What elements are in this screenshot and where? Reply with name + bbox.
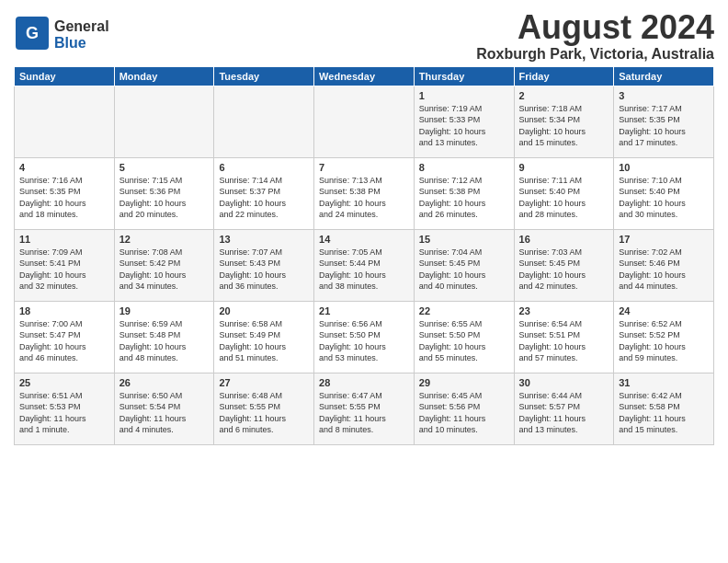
- calendar-cell: 17Sunrise: 7:02 AMSunset: 5:46 PMDayligh…: [614, 229, 714, 301]
- calendar-cell: 9Sunrise: 7:11 AMSunset: 5:40 PMDaylight…: [514, 157, 614, 229]
- day-info: Sunrise: 6:54 AMSunset: 5:51 PMDaylight:…: [519, 318, 609, 364]
- day-info: Sunrise: 7:09 AMSunset: 5:41 PMDaylight:…: [19, 247, 109, 293]
- day-info: Sunrise: 6:45 AMSunset: 5:56 PMDaylight:…: [419, 390, 509, 436]
- day-info: Sunrise: 7:19 AMSunset: 5:33 PMDaylight:…: [419, 103, 509, 149]
- day-number: 6: [219, 162, 309, 173]
- day-info: Sunrise: 6:51 AMSunset: 5:53 PMDaylight:…: [19, 390, 109, 436]
- calendar-cell: [114, 86, 214, 157]
- day-number: 17: [619, 234, 709, 245]
- day-info: Sunrise: 6:42 AMSunset: 5:58 PMDaylight:…: [619, 390, 709, 436]
- day-info: Sunrise: 7:12 AMSunset: 5:38 PMDaylight:…: [419, 175, 509, 221]
- day-number: 26: [119, 377, 210, 388]
- calendar-cell: [214, 86, 314, 157]
- col-saturday: Saturday: [614, 66, 714, 86]
- calendar-week-1: 1Sunrise: 7:19 AMSunset: 5:33 PMDaylight…: [15, 86, 714, 157]
- day-number: 4: [19, 162, 109, 173]
- col-sunday: Sunday: [15, 66, 115, 86]
- day-info: Sunrise: 7:17 AMSunset: 5:35 PMDaylight:…: [619, 103, 709, 149]
- day-number: 8: [419, 162, 509, 173]
- calendar-cell: 10Sunrise: 7:10 AMSunset: 5:40 PMDayligh…: [614, 157, 714, 229]
- calendar-cell: 16Sunrise: 7:03 AMSunset: 5:45 PMDayligh…: [514, 229, 614, 301]
- day-number: 28: [319, 377, 409, 388]
- day-info: Sunrise: 7:00 AMSunset: 5:47 PMDaylight:…: [19, 318, 109, 364]
- day-info: Sunrise: 7:05 AMSunset: 5:44 PMDaylight:…: [319, 247, 409, 293]
- day-info: Sunrise: 7:16 AMSunset: 5:35 PMDaylight:…: [19, 175, 109, 221]
- day-number: 31: [619, 377, 709, 388]
- calendar-cell: 30Sunrise: 6:44 AMSunset: 5:57 PMDayligh…: [514, 373, 614, 444]
- calendar-cell: 1Sunrise: 7:19 AMSunset: 5:33 PMDaylight…: [414, 86, 514, 157]
- col-thursday: Thursday: [414, 66, 514, 86]
- calendar-cell: 11Sunrise: 7:09 AMSunset: 5:41 PMDayligh…: [15, 229, 115, 301]
- calendar-cell: 27Sunrise: 6:48 AMSunset: 5:55 PMDayligh…: [214, 373, 314, 444]
- day-number: 29: [419, 377, 509, 388]
- day-number: 22: [419, 305, 509, 316]
- col-friday: Friday: [514, 66, 614, 86]
- calendar-cell: 6Sunrise: 7:14 AMSunset: 5:37 PMDaylight…: [214, 157, 314, 229]
- day-info: Sunrise: 7:10 AMSunset: 5:40 PMDaylight:…: [619, 175, 709, 221]
- logo-general: General: [54, 18, 109, 34]
- calendar-cell: 3Sunrise: 7:17 AMSunset: 5:35 PMDaylight…: [614, 86, 714, 157]
- calendar-cell: 13Sunrise: 7:07 AMSunset: 5:43 PMDayligh…: [214, 229, 314, 301]
- calendar-cell: 19Sunrise: 6:59 AMSunset: 5:48 PMDayligh…: [114, 301, 214, 373]
- calendar-cell: 29Sunrise: 6:45 AMSunset: 5:56 PMDayligh…: [414, 373, 514, 444]
- day-number: 3: [619, 90, 709, 101]
- calendar-cell: 21Sunrise: 6:56 AMSunset: 5:50 PMDayligh…: [314, 301, 415, 373]
- day-number: 21: [319, 305, 409, 316]
- day-number: 2: [519, 90, 609, 101]
- day-info: Sunrise: 6:52 AMSunset: 5:52 PMDaylight:…: [619, 318, 709, 364]
- calendar-cell: 7Sunrise: 7:13 AMSunset: 5:38 PMDaylight…: [314, 157, 415, 229]
- day-number: 1: [419, 90, 509, 101]
- calendar-week-5: 25Sunrise: 6:51 AMSunset: 5:53 PMDayligh…: [15, 373, 714, 444]
- day-info: Sunrise: 6:50 AMSunset: 5:54 PMDaylight:…: [119, 390, 210, 436]
- logo-blue: Blue: [54, 35, 86, 51]
- day-info: Sunrise: 6:47 AMSunset: 5:55 PMDaylight:…: [319, 390, 409, 436]
- logo: G General Blue: [14, 15, 109, 55]
- location-title: Roxburgh Park, Victoria, Australia: [476, 46, 714, 63]
- day-info: Sunrise: 6:44 AMSunset: 5:57 PMDaylight:…: [519, 390, 609, 436]
- day-info: Sunrise: 7:11 AMSunset: 5:40 PMDaylight:…: [519, 175, 609, 221]
- calendar-cell: 2Sunrise: 7:18 AMSunset: 5:34 PMDaylight…: [514, 86, 614, 157]
- svg-text:G: G: [26, 24, 39, 42]
- month-title: August 2024: [476, 9, 714, 46]
- day-info: Sunrise: 7:02 AMSunset: 5:46 PMDaylight:…: [619, 247, 709, 293]
- calendar-cell: 18Sunrise: 7:00 AMSunset: 5:47 PMDayligh…: [15, 301, 115, 373]
- day-number: 14: [319, 234, 409, 245]
- calendar-week-3: 11Sunrise: 7:09 AMSunset: 5:41 PMDayligh…: [15, 229, 714, 301]
- day-info: Sunrise: 7:15 AMSunset: 5:36 PMDaylight:…: [119, 175, 210, 221]
- calendar-cell: 12Sunrise: 7:08 AMSunset: 5:42 PMDayligh…: [114, 229, 214, 301]
- logo-text: General Blue: [54, 18, 109, 51]
- day-info: Sunrise: 6:58 AMSunset: 5:49 PMDaylight:…: [219, 318, 309, 364]
- header: G General Blue August 2024 Roxburgh Park…: [14, 9, 714, 63]
- calendar-cell: 28Sunrise: 6:47 AMSunset: 5:55 PMDayligh…: [314, 373, 415, 444]
- header-row: Sunday Monday Tuesday Wednesday Thursday…: [15, 66, 714, 86]
- calendar-cell: 26Sunrise: 6:50 AMSunset: 5:54 PMDayligh…: [114, 373, 214, 444]
- day-number: 5: [119, 162, 210, 173]
- col-wednesday: Wednesday: [314, 66, 415, 86]
- calendar-table: Sunday Monday Tuesday Wednesday Thursday…: [14, 66, 714, 445]
- day-info: Sunrise: 7:08 AMSunset: 5:42 PMDaylight:…: [119, 247, 210, 293]
- day-info: Sunrise: 7:14 AMSunset: 5:37 PMDaylight:…: [219, 175, 309, 221]
- day-number: 12: [119, 234, 210, 245]
- day-number: 30: [519, 377, 609, 388]
- day-number: 9: [519, 162, 609, 173]
- calendar-cell: 4Sunrise: 7:16 AMSunset: 5:35 PMDaylight…: [15, 157, 115, 229]
- day-info: Sunrise: 6:55 AMSunset: 5:50 PMDaylight:…: [419, 318, 509, 364]
- calendar-week-2: 4Sunrise: 7:16 AMSunset: 5:35 PMDaylight…: [15, 157, 714, 229]
- day-number: 13: [219, 234, 309, 245]
- calendar-cell: 5Sunrise: 7:15 AMSunset: 5:36 PMDaylight…: [114, 157, 214, 229]
- day-number: 19: [119, 305, 210, 316]
- day-number: 7: [319, 162, 409, 173]
- day-info: Sunrise: 7:04 AMSunset: 5:45 PMDaylight:…: [419, 247, 509, 293]
- day-number: 24: [619, 305, 709, 316]
- calendar-cell: 31Sunrise: 6:42 AMSunset: 5:58 PMDayligh…: [614, 373, 714, 444]
- day-number: 27: [219, 377, 309, 388]
- calendar-cell: 23Sunrise: 6:54 AMSunset: 5:51 PMDayligh…: [514, 301, 614, 373]
- calendar-week-4: 18Sunrise: 7:00 AMSunset: 5:47 PMDayligh…: [15, 301, 714, 373]
- day-info: Sunrise: 7:07 AMSunset: 5:43 PMDaylight:…: [219, 247, 309, 293]
- day-number: 23: [519, 305, 609, 316]
- day-number: 25: [19, 377, 109, 388]
- calendar-cell: 20Sunrise: 6:58 AMSunset: 5:49 PMDayligh…: [214, 301, 314, 373]
- day-number: 20: [219, 305, 309, 316]
- calendar-cell: [15, 86, 115, 157]
- logo-mark: G: [14, 15, 51, 55]
